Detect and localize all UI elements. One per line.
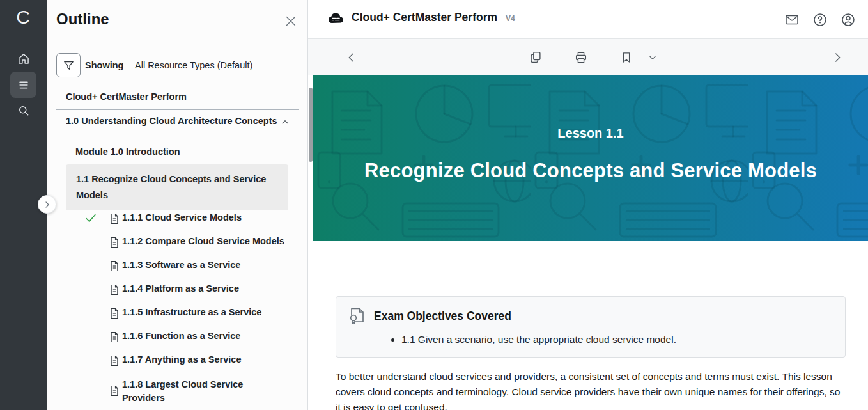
module-1-0-item[interactable]: Module 1.0 Introduction [75, 146, 180, 157]
lesson-content: Exam Objectives Covered 1.1 Given a scen… [308, 241, 868, 410]
next-page-button[interactable] [829, 49, 846, 66]
copy-icon [529, 51, 543, 65]
chevron-left-icon [346, 52, 357, 63]
chevron-right-icon [832, 52, 843, 63]
app-title: Cloud+ CertMaster Perform [352, 11, 497, 24]
menu-icon [17, 79, 30, 91]
document-icon [109, 385, 120, 399]
showing-label: Showing [85, 60, 123, 70]
close-outline-button[interactable] [284, 14, 299, 29]
printer-icon [574, 51, 588, 65]
document-icon [109, 308, 120, 322]
bookmark-menu-button[interactable] [644, 49, 661, 66]
lesson-item-1-1-5[interactable]: 1.1.5 Infrastructure as a Service [47, 306, 308, 322]
lesson-item-1-1-1[interactable]: 1.1.1 Cloud Service Models [47, 212, 308, 227]
copy-button[interactable] [527, 49, 544, 66]
document-icon [109, 237, 120, 251]
exam-objective-item: 1.1 Given a scenario, use the appropriat… [401, 332, 832, 347]
outline-title: Outline [56, 10, 109, 28]
chevron-right-icon [43, 201, 51, 209]
lesson-label: 1.1.1 Cloud Service Models [122, 212, 242, 223]
lesson-item-1-1-7[interactable]: 1.1.7 Anything as a Service [47, 354, 308, 369]
chevron-up-icon [281, 118, 290, 129]
search-icon [17, 104, 30, 117]
course-title: Cloud+ CertMaster Perform [66, 91, 187, 102]
document-icon [109, 213, 120, 227]
document-icon [109, 260, 120, 274]
messages-button[interactable] [784, 12, 800, 28]
search-button[interactable] [10, 97, 36, 123]
page: C Outline [0, 0, 868, 410]
lesson-label: 1.1.3 Software as a Service [122, 260, 240, 270]
lesson-label: 1.1.7 Anything as a Service [122, 354, 241, 365]
certificate-icon [349, 307, 366, 325]
chevron-down-icon [648, 53, 657, 62]
comptia-logo: C [0, 6, 47, 28]
lesson-item-1-1-6[interactable]: 1.1.6 Function as a Service [47, 330, 308, 345]
lesson-toolbar [308, 39, 868, 75]
lesson-intro-paragraph: To better understand cloud services and … [336, 369, 846, 410]
document-icon [109, 355, 120, 369]
filter-icon [63, 59, 75, 72]
exam-objectives-list: 1.1 Given a scenario, use the appropriat… [349, 332, 832, 347]
print-button[interactable] [573, 49, 589, 66]
bookmark-button[interactable] [618, 49, 635, 66]
document-icon [109, 331, 120, 345]
envelope-icon [784, 12, 800, 28]
lesson-label: 1.1.8 Largest Cloud Service Providers [122, 378, 247, 405]
main-area: Cloud+ CertMaster Perform V4 [308, 0, 868, 410]
account-button[interactable] [840, 12, 856, 28]
section-1-0-label: 1.0 Understanding Cloud Architecture Con… [66, 116, 277, 126]
sidebar-scrollbar-thumb[interactable] [309, 88, 313, 162]
outline-panel: Outline Showing All Resource Types (Defa… [47, 0, 308, 410]
resource-filter-value: All Resource Types (Default) [135, 60, 252, 70]
divider [56, 109, 299, 110]
bookmark-icon [620, 51, 633, 64]
lesson-label: 1.1.5 Infrastructure as a Service [122, 307, 261, 317]
lesson-item-1-1-8[interactable]: 1.1.8 Largest Cloud Service Providers [47, 377, 308, 407]
home-button[interactable] [10, 45, 36, 72]
app-header: Cloud+ CertMaster Perform V4 [308, 0, 868, 39]
previous-page-button[interactable] [343, 49, 360, 66]
check-icon [85, 213, 97, 226]
filter-button[interactable] [56, 53, 81, 77]
sidebar-expand-button[interactable] [38, 195, 56, 214]
close-icon [284, 14, 298, 28]
lesson-label: 1.1.4 Platform as a Service [122, 283, 239, 294]
lesson-item-1-1-4[interactable]: 1.1.4 Platform as a Service [47, 283, 308, 298]
banner-title: Recognize Cloud Concepts and Service Mod… [364, 159, 817, 182]
user-icon [841, 12, 856, 28]
lesson-item-1-1-3[interactable]: 1.1.3 Software as a Service [47, 259, 308, 274]
exam-objectives-title: Exam Objectives Covered [374, 310, 511, 323]
banner-lesson-label: Lesson 1.1 [364, 126, 817, 141]
home-icon [17, 52, 30, 65]
lesson-label: 1.1.6 Function as a Service [122, 331, 240, 341]
lesson-item-1-1-2[interactable]: 1.1.2 Compare Cloud Service Models [47, 235, 308, 251]
section-1-0-toggle[interactable]: 1.0 Understanding Cloud Architecture Con… [66, 116, 296, 126]
document-icon [109, 284, 120, 298]
outline-menu-button[interactable] [10, 72, 36, 98]
cloud-product-icon [327, 12, 345, 24]
lesson-label: 1.1.2 Compare Cloud Service Models [122, 236, 284, 246]
app-version-badge: V4 [506, 14, 515, 23]
help-icon [812, 12, 828, 28]
exam-objectives-box: Exam Objectives Covered 1.1 Given a scen… [336, 296, 846, 358]
help-button[interactable] [812, 12, 828, 28]
lesson-1-1-selected-item[interactable]: 1.1 Recognize Cloud Concepts and Service… [66, 164, 288, 210]
lesson-hero-banner: Lesson 1.1 Recognize Cloud Concepts and … [313, 75, 868, 241]
